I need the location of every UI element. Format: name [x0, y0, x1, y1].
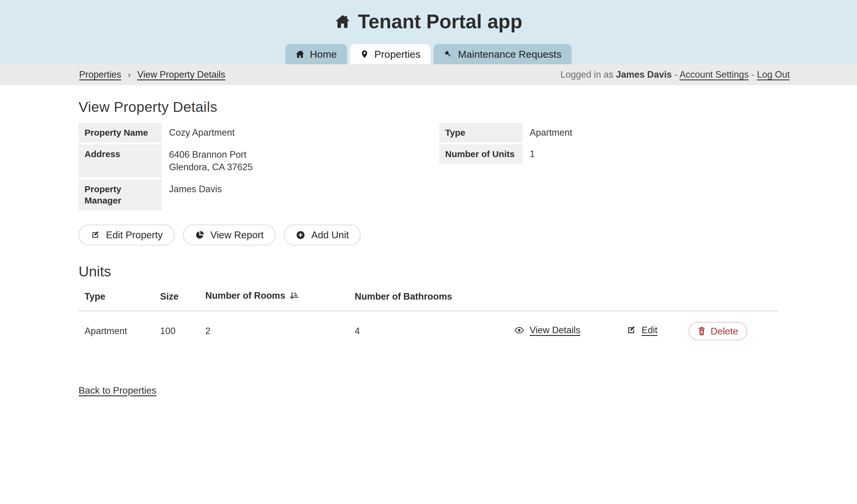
column-header-actions [626, 283, 689, 311]
address-line-2: Glendora, CA 37625 [169, 161, 411, 173]
column-header-actions [514, 283, 626, 311]
session-prefix: Logged in as [560, 69, 614, 80]
sort-descending-icon[interactable] [289, 291, 299, 303]
link-label: Edit [641, 325, 657, 336]
units-table: Type Size Number of Rooms Number of Bath… [79, 283, 778, 352]
detail-label: Number of Units [439, 144, 522, 164]
edit-property-button[interactable]: Edit Property [79, 225, 175, 246]
trash-icon [698, 327, 706, 336]
unit-table-row: Apartment 100 2 4 View Details [79, 311, 778, 352]
detail-label: Type [439, 123, 522, 142]
unit-type-cell: Apartment [79, 311, 160, 352]
detail-value: 6406 Brannon Port Glendora, CA 37625 [162, 144, 418, 178]
view-report-button[interactable]: View Report [183, 225, 275, 246]
tab-label: Properties [374, 48, 420, 60]
tab-label: Home [310, 48, 337, 60]
edit-icon [90, 230, 100, 240]
button-label: Edit Property [106, 230, 163, 241]
session-info: Logged in as James Davis - Account Setti… [560, 69, 790, 80]
plus-circle-icon [296, 230, 305, 240]
detail-value: 1 [522, 144, 778, 164]
units-heading: Units [79, 263, 778, 280]
breadcrumb-link-view-property-details[interactable]: View Property Details [137, 69, 225, 80]
view-details-link[interactable]: View Details [514, 325, 580, 336]
back-to-properties-link[interactable]: Back to Properties [79, 385, 156, 396]
chevron-right-icon: › [128, 70, 131, 80]
eye-icon [514, 325, 524, 335]
detail-row-property-manager: Property Manager James Davis [79, 180, 418, 211]
map-pin-icon [360, 50, 369, 58]
detail-row-property-name: Property Name Cozy Apartment [79, 123, 418, 142]
property-details-right-table: Type Apartment Number of Units 1 [439, 123, 778, 166]
button-label: View Report [211, 230, 264, 241]
units-table-header-row: Type Size Number of Rooms Number of Bath… [79, 283, 778, 311]
detail-label: Property Name [79, 123, 162, 142]
app-header: Tenant Portal app Home Properties Mainte… [0, 0, 857, 64]
property-details-left-table: Property Name Cozy Apartment Address 640… [79, 123, 418, 212]
detail-label: Address [79, 144, 162, 178]
unit-bathrooms-cell: 4 [355, 311, 514, 352]
account-settings-link[interactable]: Account Settings [679, 69, 749, 80]
column-header-number-of-rooms[interactable]: Number of Rooms [205, 283, 355, 311]
column-header-size: Size [160, 283, 205, 311]
add-unit-button[interactable]: Add Unit [284, 225, 361, 246]
detail-label: Property Manager [79, 180, 162, 211]
home-icon [335, 14, 350, 29]
tab-maintenance-requests[interactable]: Maintenance Requests [434, 44, 572, 64]
property-actions: Edit Property View Report Add Unit [79, 225, 778, 246]
breadcrumb-link-properties[interactable]: Properties [79, 69, 121, 80]
breadcrumb-bar: Properties › View Property Details Logge… [0, 64, 857, 85]
column-header-type: Type [79, 283, 160, 311]
detail-value: Cozy Apartment [162, 123, 418, 142]
detail-row-address: Address 6406 Brannon Port Glendora, CA 3… [79, 144, 418, 178]
session-username: James Davis [616, 69, 672, 80]
app-title: Tenant Portal app [0, 10, 857, 33]
tools-icon [444, 50, 453, 58]
pie-chart-icon [195, 230, 204, 240]
detail-row-type: Type Apartment [439, 123, 778, 142]
delete-unit-button[interactable]: Delete [689, 322, 747, 340]
tab-label: Maintenance Requests [458, 48, 561, 60]
unit-rooms-cell: 2 [205, 311, 355, 352]
edit-unit-link[interactable]: Edit [626, 325, 657, 336]
session-dash: - [751, 69, 754, 80]
detail-value: James Davis [162, 180, 418, 211]
main-content: View Property Details Property Name Cozy… [79, 99, 778, 396]
detail-row-number-of-units: Number of Units 1 [439, 144, 778, 164]
button-label: Add Unit [311, 230, 349, 241]
column-header-number-of-bathrooms: Number of Bathrooms [355, 283, 514, 311]
tab-home[interactable]: Home [285, 44, 347, 64]
unit-size-cell: 100 [160, 311, 205, 352]
app-title-text: Tenant Portal app [358, 10, 522, 33]
nav-tabs: Home Properties Maintenance Requests [0, 44, 857, 64]
session-dash: - [674, 69, 677, 80]
home-icon [296, 50, 304, 58]
column-header-label: Number of Rooms [205, 290, 285, 301]
property-details: Property Name Cozy Apartment Address 640… [79, 123, 778, 212]
log-out-link[interactable]: Log Out [757, 69, 790, 80]
link-label: View Details [530, 325, 580, 336]
breadcrumb: Properties › View Property Details [79, 69, 225, 80]
column-header-actions [689, 283, 778, 311]
address-line-1: 6406 Brannon Port [169, 149, 411, 161]
page-title: View Property Details [79, 99, 778, 115]
tab-properties[interactable]: Properties [350, 44, 431, 64]
detail-value: Apartment [522, 123, 778, 142]
button-label: Delete [711, 325, 738, 337]
edit-icon [626, 325, 636, 335]
